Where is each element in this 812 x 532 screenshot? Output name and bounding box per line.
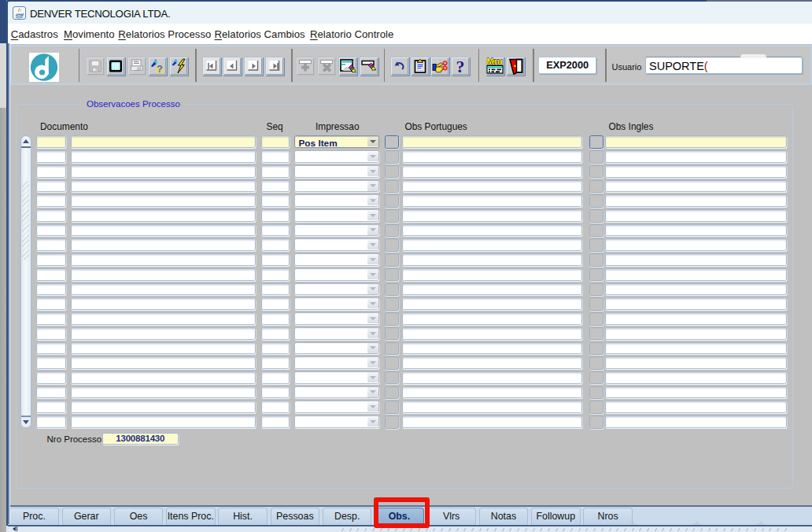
svg-text:Menu: Menu — [486, 57, 502, 66]
svg-text:?: ? — [157, 63, 163, 75]
svg-text:?: ? — [456, 58, 464, 74]
